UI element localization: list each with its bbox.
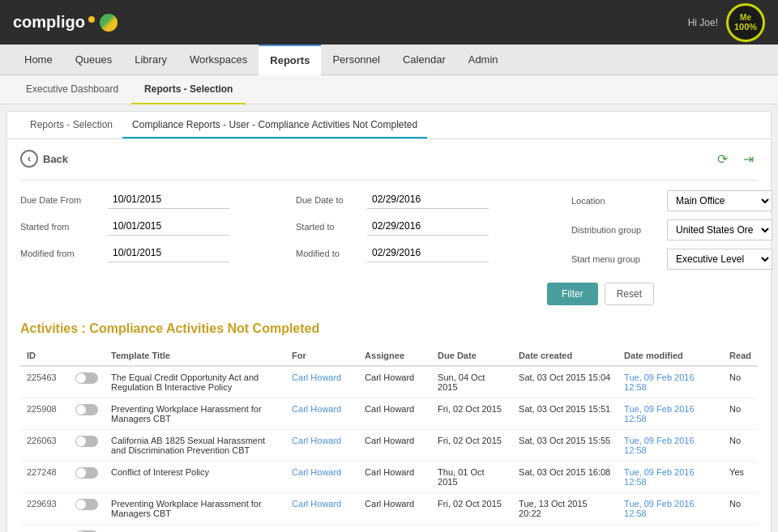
sub-tab-compliance-report[interactable]: Compliance Reports - User - Compliance A… xyxy=(122,112,427,138)
filter-left: Due Date From Started from Modified from xyxy=(20,190,280,270)
divider xyxy=(20,180,758,181)
toggle-icon[interactable] xyxy=(75,404,98,415)
back-button[interactable]: ‹ Back xyxy=(20,150,68,168)
toggle-icon[interactable] xyxy=(75,436,98,447)
cell-id: 225908 xyxy=(20,398,69,430)
nav-personnel[interactable]: Personnel xyxy=(321,45,391,75)
refresh-icon[interactable]: ⟳ xyxy=(712,149,732,168)
distribution-select[interactable]: United States Oregon xyxy=(667,219,772,240)
start-menu-row: Start menu group Executive Level xyxy=(571,249,772,270)
back-circle-icon: ‹ xyxy=(20,150,38,168)
export-icon[interactable]: ⇥ xyxy=(738,149,758,168)
cell-title: Preventing Workplace Harassment for Mana… xyxy=(105,398,285,430)
table-row: 229693 Preventing Workplace Harassment f… xyxy=(20,493,758,525)
reset-button[interactable]: Reset xyxy=(605,283,654,305)
cell-toggle xyxy=(69,493,105,525)
cell-due-date: Fri, 02 Oct 2015 xyxy=(431,430,512,462)
modified-to-input[interactable] xyxy=(367,244,489,262)
cell-title: Conflict of Interest Policy xyxy=(105,462,285,493)
top-bar: compligo Hi Joe! Me 100% xyxy=(0,0,778,45)
logo-text: compligo xyxy=(13,13,85,32)
activities-table: ID Template Title For Assignee Due Date … xyxy=(20,346,758,532)
nav-home[interactable]: Home xyxy=(13,45,64,75)
col-read: Read xyxy=(723,346,758,366)
due-date-from-label: Due Date From xyxy=(20,195,101,205)
table-row: 225463 The Equal Credit Opportunity Act … xyxy=(20,366,758,398)
cell-due-date: Thu, 01 Oct 2015 xyxy=(431,525,512,533)
tab-executive-dashboard[interactable]: Executive Dashboard xyxy=(13,75,131,104)
nav-queues[interactable]: Queues xyxy=(64,45,124,75)
filter-middle: Due Date to Started to Modified to xyxy=(296,190,555,270)
started-from-row: Started from xyxy=(20,217,280,236)
cell-for: Carl Howard xyxy=(285,430,358,462)
due-date-to-input[interactable] xyxy=(367,190,489,209)
tab-reports-selection[interactable]: Reports - Selection xyxy=(131,75,246,104)
back-row: ‹ Back ⟳ ⇥ xyxy=(20,149,758,168)
col-id: ID xyxy=(20,346,69,366)
toggle-icon[interactable] xyxy=(75,467,98,479)
cell-title: The Equal Credit Opportunity Act and Reg… xyxy=(105,366,285,398)
cell-assignee: Carl Howard xyxy=(358,493,431,525)
cell-date-created: Tue, 09 Feb 2016 12:58 xyxy=(512,525,618,533)
cell-assignee: Carl Howard xyxy=(358,430,431,462)
sub-tab-reports-selection[interactable]: Reports - Selection xyxy=(20,112,122,138)
cell-id: 226063 xyxy=(20,430,69,462)
avatar[interactable]: Me 100% xyxy=(726,3,765,42)
nav-calendar[interactable]: Calendar xyxy=(391,45,457,75)
logo-dot xyxy=(88,16,95,23)
cell-for: Carl Howard xyxy=(285,366,358,398)
nav-reports[interactable]: Reports xyxy=(259,45,321,75)
cell-for: Carl Howard xyxy=(285,525,358,533)
col-due-date: Due Date xyxy=(431,346,512,366)
due-date-from-input[interactable] xyxy=(108,190,229,209)
logo-icon xyxy=(100,14,118,32)
cell-due-date: Thu, 01 Oct 2015 xyxy=(431,462,512,493)
col-for: For xyxy=(285,346,358,366)
started-to-label: Started to xyxy=(296,222,361,232)
cell-assignee: Carl Howard xyxy=(358,462,431,493)
cell-read: No xyxy=(723,366,758,398)
cell-title: Conflict of Interest Policy xyxy=(105,525,285,533)
avatar-pct: 100% xyxy=(734,22,757,32)
modified-from-input[interactable] xyxy=(108,244,229,262)
cell-id: 235858 xyxy=(20,525,69,533)
nav-library[interactable]: Library xyxy=(123,45,178,75)
filter-btn-row: Filter Reset xyxy=(547,283,758,305)
avatar-label: Me xyxy=(740,13,751,22)
distribution-label: Distribution group xyxy=(571,225,660,235)
cell-due-date: Sun, 04 Oct 2015 xyxy=(431,366,512,398)
cell-for: Carl Howard xyxy=(285,462,358,493)
cell-date-created: Sat, 03 Oct 2015 15:55 xyxy=(512,430,618,462)
filter-right: Location Main Office Distribution group … xyxy=(571,190,772,270)
cell-toggle xyxy=(69,462,105,493)
table-header-row: ID Template Title For Assignee Due Date … xyxy=(20,346,758,366)
table-row: 227248 Conflict of Interest Policy Carl … xyxy=(20,462,758,493)
cell-for: Carl Howard xyxy=(285,493,358,525)
table-row: 235858 Conflict of Interest Policy Carl … xyxy=(20,525,758,533)
cell-read: No xyxy=(723,398,758,430)
modified-from-row: Modified from xyxy=(20,244,280,262)
cell-read: No xyxy=(723,493,758,525)
back-label: Back xyxy=(43,153,68,165)
cell-id: 229693 xyxy=(20,493,69,525)
cell-id: 225463 xyxy=(20,366,69,398)
cell-date-modified: Tue, 09 Feb 2016 12:58 xyxy=(618,366,723,398)
start-menu-label: Start menu group xyxy=(571,254,660,264)
cell-title: Preventing Workplace Harassment for Mana… xyxy=(105,493,285,525)
start-menu-select[interactable]: Executive Level xyxy=(667,249,772,270)
hi-user: Hi Joe! xyxy=(688,17,718,28)
location-select[interactable]: Main Office xyxy=(667,190,772,211)
nav-admin[interactable]: Admin xyxy=(457,45,510,75)
toggle-icon[interactable] xyxy=(75,372,98,384)
col-toggle xyxy=(69,346,105,366)
toggle-icon[interactable] xyxy=(75,499,98,510)
cell-due-date: Fri, 02 Oct 2015 xyxy=(431,398,512,430)
started-from-input[interactable] xyxy=(108,217,229,236)
started-to-input[interactable] xyxy=(367,217,489,236)
nav-workspaces[interactable]: Workspaces xyxy=(178,45,259,75)
cell-read: No xyxy=(723,430,758,462)
filter-button[interactable]: Filter xyxy=(547,283,598,305)
modified-to-label: Modified to xyxy=(296,249,361,258)
main-nav: Home Queues Library Workspaces Reports P… xyxy=(0,45,778,75)
due-date-to-row: Due Date to xyxy=(296,190,555,209)
